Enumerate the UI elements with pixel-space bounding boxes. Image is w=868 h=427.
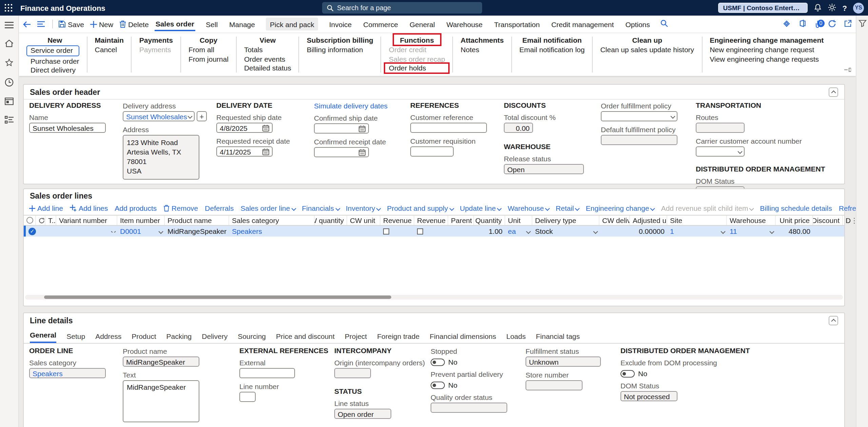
add-lines-button[interactable]: Add lines (70, 204, 108, 212)
add-products-button[interactable]: Add products (115, 204, 157, 212)
tab-commerce[interactable]: Commerce (362, 18, 399, 30)
tab-financial-dimensions[interactable]: Financial dimensions (430, 332, 496, 343)
column-header[interactable]: Revenue s... (414, 216, 448, 225)
grid-refresh-icon[interactable] (36, 216, 45, 225)
column-header[interactable]: Unit price (776, 216, 813, 225)
back-button[interactable] (23, 21, 31, 27)
requested-receipt-date-field[interactable]: 4/11/2025 (216, 146, 273, 157)
requested-ship-date-field[interactable]: 4/8/2025 (216, 123, 273, 133)
column-header[interactable]: Site (667, 216, 727, 225)
stopped-toggle[interactable]: No (431, 358, 457, 366)
attachments-badge[interactable]: 0 (814, 20, 820, 28)
from-journal-button[interactable]: From journal (189, 55, 229, 64)
tab-project[interactable]: Project (345, 332, 367, 343)
collapse-header-button[interactable] (829, 87, 838, 97)
refresh-icon[interactable] (828, 19, 836, 29)
order-holds-button[interactable]: Order holds (389, 64, 445, 73)
cell-variant-number[interactable] (56, 230, 117, 233)
column-header[interactable]: Warehouse (727, 216, 776, 225)
scrollbar-thumb[interactable] (44, 296, 391, 299)
cell-unit-price[interactable]: 480.00 (776, 227, 813, 235)
order-events-button[interactable]: Order events (244, 55, 291, 64)
add-line-button[interactable]: Add line (29, 204, 63, 212)
cancel-button[interactable]: Cancel (95, 45, 117, 55)
grid-row-1[interactable]: ✓ D0001 MidRangeSpeaker Speakers 1.00 ea… (24, 226, 844, 237)
from-all-button[interactable]: From all (189, 45, 229, 55)
direct-delivery-button[interactable]: Direct delivery (31, 66, 79, 75)
tab-credit-management[interactable]: Credit management (551, 18, 614, 30)
row-selected-check[interactable]: ✓ (26, 227, 36, 235)
tab-sourcing[interactable]: Sourcing (238, 332, 266, 343)
prevent-partial-delivery-toggle[interactable]: No (431, 381, 457, 389)
exclude-dom-toggle[interactable]: No (620, 369, 647, 378)
home-icon[interactable] (5, 39, 14, 49)
save-button[interactable]: Save (58, 20, 84, 28)
new-button[interactable]: New (90, 20, 113, 28)
recent-clock-icon[interactable] (5, 78, 14, 88)
service-order-button[interactable]: Service order (26, 45, 79, 56)
column-header[interactable]: CW quantity (315, 216, 347, 225)
email-notification-log-button[interactable]: Email notification log (519, 45, 585, 55)
deferrals-button[interactable]: Deferrals (205, 204, 234, 212)
billing-information-button[interactable]: Billing information (307, 45, 363, 55)
text-textarea[interactable]: MidRangeSpeaker (123, 380, 199, 422)
column-header[interactable]: Variant number (56, 216, 117, 225)
notifications-bell-icon[interactable] (814, 3, 822, 13)
delete-button[interactable]: Delete (119, 20, 149, 28)
column-header[interactable]: Discount (813, 216, 843, 225)
tab-financial-tags[interactable]: Financial tags (536, 332, 580, 343)
modules-list-icon[interactable] (5, 116, 14, 125)
workspaces-form-icon[interactable] (5, 98, 14, 106)
cell-revenue-split-checkbox[interactable] (380, 228, 414, 234)
tab-sales-order[interactable]: Sales order (155, 17, 195, 31)
power-apps-icon[interactable] (783, 19, 791, 29)
column-header[interactable]: T... (45, 216, 56, 225)
delivery-address-combobox[interactable]: Sunset Wholesales (123, 111, 195, 121)
column-header[interactable]: CW deliver... (599, 216, 630, 225)
tab-pick-and-pack[interactable]: Pick and pack (266, 18, 318, 30)
company-badge[interactable]: USMF | Contoso Entertainment Syste... (718, 3, 808, 13)
tab-delivery[interactable]: Delivery (202, 332, 228, 343)
column-header[interactable]: Quantity (474, 216, 505, 225)
cell-item-number[interactable]: D0001 (117, 227, 165, 235)
cell-sales-category[interactable]: Speakers (229, 227, 315, 235)
column-header[interactable]: Product name (165, 216, 229, 225)
tab-sell[interactable]: Sell (205, 18, 218, 30)
app-launcher-icon[interactable] (0, 4, 16, 12)
tab-foreign-trade[interactable]: Foreign trade (377, 332, 419, 343)
column-header[interactable]: Adjusted u... (630, 216, 667, 225)
favorites-star-icon[interactable] (5, 58, 14, 68)
settings-gear-icon[interactable] (828, 3, 836, 13)
column-header[interactable]: Revenue s... (380, 216, 414, 225)
remove-button[interactable]: Remove (163, 204, 198, 212)
tab-packing[interactable]: Packing (166, 332, 192, 343)
retail-menu[interactable]: Retail (556, 204, 579, 212)
warehouse-menu[interactable]: Warehouse (508, 204, 549, 212)
totals-button[interactable]: Totals (244, 45, 291, 55)
cell-warehouse[interactable]: 11 (727, 227, 776, 235)
open-in-new-window-icon[interactable] (844, 20, 852, 28)
sales-order-line-menu[interactable]: Sales order line (241, 204, 295, 212)
tab-invoice[interactable]: Invoice (329, 18, 353, 30)
simulate-delivery-dates-link[interactable]: Simulate delivery dates (314, 102, 388, 110)
select-all-circle[interactable] (24, 216, 36, 225)
tab-search-icon[interactable] (661, 20, 668, 28)
cell-revenue-split-checkbox-2[interactable] (414, 228, 448, 234)
tab-general[interactable]: General (409, 18, 436, 30)
sales-category-field[interactable]: Speakers (29, 368, 106, 378)
new-engineering-change-request-button[interactable]: New engineering change request (710, 45, 819, 55)
customer-reference-field[interactable] (410, 123, 487, 133)
column-header[interactable]: Delivery type (532, 216, 599, 225)
avatar[interactable]: YS (853, 2, 864, 13)
tab-general[interactable]: General (30, 331, 56, 343)
column-header[interactable]: D⋮ (843, 216, 856, 225)
column-header[interactable]: Unit (505, 216, 532, 225)
nav-list-button[interactable] (37, 21, 45, 27)
tab-price-and-discount[interactable]: Price and discount (276, 332, 335, 343)
confirmed-ship-date-field[interactable] (314, 123, 369, 134)
external-field[interactable] (239, 368, 295, 378)
column-header[interactable]: Parent am... (448, 216, 474, 225)
filter-funnel-icon[interactable] (858, 20, 866, 427)
cell-unit[interactable]: ea (505, 227, 532, 235)
update-line-menu[interactable]: Update line (460, 204, 501, 212)
